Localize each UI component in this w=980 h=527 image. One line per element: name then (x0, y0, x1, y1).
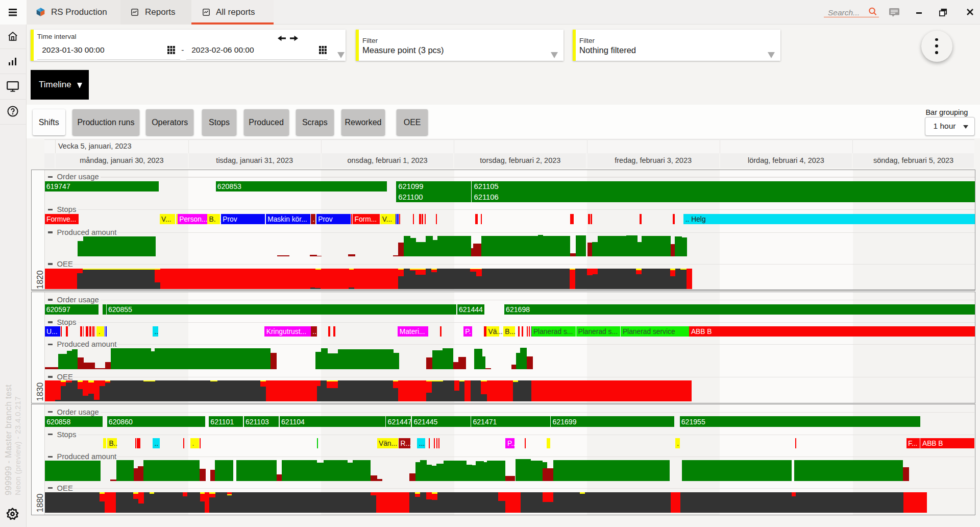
svg-text:..: .. (312, 327, 316, 335)
svg-text:B...: B... (505, 327, 516, 335)
svg-text:P...: P... (507, 440, 517, 447)
svg-text:1830: 1830 (35, 382, 44, 401)
svg-text:1880: 1880 (35, 493, 44, 512)
svg-text:Form...: Form... (354, 215, 377, 223)
svg-text:620855: 620855 (108, 305, 132, 313)
svg-text:F...: F... (908, 440, 917, 447)
svg-text:Planerad service: Planerad service (622, 327, 675, 335)
svg-text:Order usage: Order usage (57, 408, 99, 416)
svg-text:Produced amount: Produced amount (57, 228, 116, 236)
svg-text:619747: 619747 (46, 182, 70, 190)
svg-text:ABB B: ABB B (691, 327, 712, 335)
svg-text:621699: 621699 (552, 417, 576, 425)
svg-text:621471: 621471 (473, 417, 497, 425)
svg-text:ABB B: ABB B (922, 440, 943, 447)
svg-text:621444: 621444 (458, 305, 482, 313)
svg-text:620860: 620860 (108, 417, 132, 425)
svg-text:Kringutrust...: Kringutrust... (266, 327, 306, 335)
svg-text:Prov: Prov (223, 215, 237, 223)
svg-text:Vän...: Vän... (379, 440, 397, 447)
svg-text:Maskin kör...: Maskin kör... (267, 215, 307, 223)
svg-text:Stops: Stops (57, 430, 76, 438)
svg-text:621698: 621698 (506, 305, 530, 313)
svg-text:Person...: Person... (179, 215, 207, 223)
svg-text:U...: U... (46, 327, 57, 335)
svg-text:Order usage: Order usage (57, 295, 99, 303)
svg-text:Order usage: Order usage (57, 173, 99, 181)
svg-text:B..: B.. (109, 440, 117, 447)
svg-text:Stops: Stops (57, 318, 76, 326)
svg-text:621099: 621099 (398, 182, 423, 190)
svg-text:621100: 621100 (398, 193, 423, 201)
svg-text:621445: 621445 (413, 417, 437, 425)
svg-text:620858: 620858 (46, 417, 70, 425)
svg-text:Prov: Prov (318, 215, 332, 223)
svg-text:620853: 620853 (217, 182, 241, 190)
svg-text:621955: 621955 (681, 417, 705, 425)
svg-text:Planerad s...: Planerad s... (533, 327, 572, 335)
svg-text:.: . (192, 440, 194, 447)
svg-text:621106: 621106 (474, 193, 498, 201)
svg-text:621447: 621447 (387, 417, 411, 425)
svg-text:Produced amount: Produced amount (57, 340, 116, 348)
svg-text:621103: 621103 (245, 417, 268, 425)
svg-text:V...: V... (382, 215, 391, 223)
svg-text:621101: 621101 (210, 417, 234, 425)
svg-text:.: . (98, 327, 100, 335)
svg-text:.: . (677, 440, 679, 447)
svg-text:R...: R... (400, 440, 411, 447)
svg-text:1820: 1820 (35, 270, 44, 289)
svg-text:621105: 621105 (474, 182, 498, 190)
svg-text:Planerad s...: Planerad s... (578, 327, 617, 335)
svg-text:Produced amount: Produced amount (57, 452, 116, 461)
svg-text:V...: V... (161, 215, 171, 223)
svg-text:P.: P. (465, 327, 471, 335)
svg-text:.: . (312, 215, 314, 223)
svg-text:..: .. (154, 327, 158, 335)
svg-text:621104: 621104 (281, 417, 305, 425)
svg-text:.. Helg: .. Helg (685, 215, 705, 223)
svg-text:Materi...: Materi... (399, 327, 425, 335)
svg-text:Stops: Stops (57, 205, 76, 213)
svg-text:620597: 620597 (46, 305, 70, 313)
svg-text:..: .. (154, 440, 158, 447)
svg-text:...: ... (419, 440, 425, 447)
svg-text:B.: B. (209, 215, 215, 223)
svg-text:Formve...: Formve... (46, 215, 76, 223)
svg-text:Vä...: Vä... (488, 327, 502, 335)
